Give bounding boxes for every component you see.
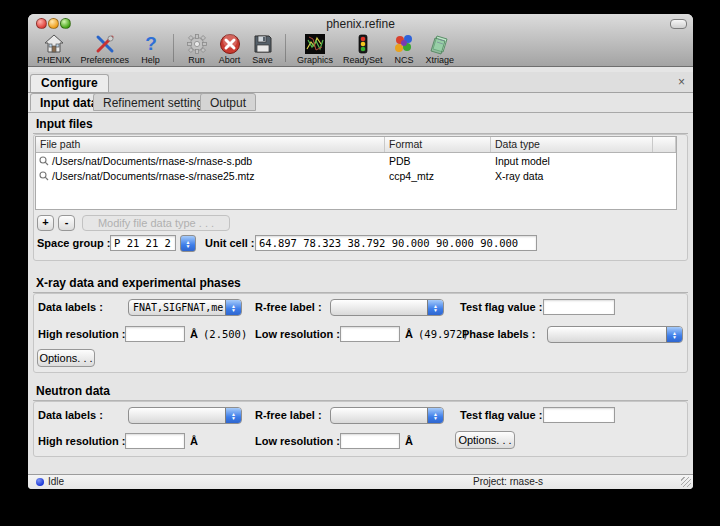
preferences-tools-icon: [93, 33, 116, 55]
status-bar: Idle Project: rnase-s: [28, 474, 693, 489]
resize-grip[interactable]: [681, 477, 691, 487]
remove-file-button[interactable]: -: [58, 215, 75, 231]
format-cell: PDB: [385, 155, 491, 167]
xray-low-res-hint: (49.972): [418, 328, 469, 340]
save-floppy-icon: [251, 33, 274, 55]
modify-file-data-type-button[interactable]: Modify file data type . . .: [82, 215, 230, 231]
col-header-file-path[interactable]: File path: [36, 137, 385, 152]
space-group-label: Space group :: [37, 237, 110, 249]
neutron-high-res-input[interactable]: [125, 433, 185, 449]
xray-data-labels-select[interactable]: FNAT,SIGFNAT,me... ▲▼: [128, 299, 242, 316]
title-bar[interactable]: phenix.refine: [28, 14, 693, 32]
window-chrome: phenix.refine PHENIX Preferences ? He: [28, 14, 693, 67]
tab-output[interactable]: Output: [200, 93, 256, 111]
search-icon: [39, 156, 49, 166]
data-type-cell: Input model: [491, 155, 653, 167]
xray-rfree-select[interactable]: ▲▼: [330, 299, 444, 316]
file-path-cell: /Users/nat/Documents/rnase-s/rnase25.mtz: [52, 170, 255, 182]
xray-test-flag-input[interactable]: [543, 299, 615, 315]
combo-stepper-icon: ▲▼: [666, 327, 682, 342]
toolbar-button-abort[interactable]: Abort: [213, 32, 246, 65]
table-row[interactable]: /Users/nat/Documents/rnase-s/rnase-s.pdb…: [36, 153, 676, 168]
col-header-format[interactable]: Format: [385, 137, 491, 152]
combo-stepper-icon: ▲▼: [225, 408, 241, 423]
neutron-low-res-label: Low resolution :: [255, 435, 340, 447]
toolbar-button-xtriage[interactable]: Xtriage: [421, 32, 460, 65]
format-cell: ccp4_mtz: [385, 170, 491, 182]
input-files-table[interactable]: File path Format Data type /Users/nat/Do…: [35, 136, 677, 210]
run-gear-icon: [185, 33, 208, 55]
configure-tab[interactable]: Configure: [30, 74, 109, 92]
toolbar-button-run[interactable]: Run: [180, 32, 213, 65]
selected-value: [331, 408, 427, 423]
input-files-section: File path Format Data type /Users/nat/Do…: [33, 134, 688, 261]
xray-rfree-label: R-free label :: [255, 301, 322, 313]
toolbar-button-graphics[interactable]: Graphics: [292, 32, 338, 65]
phase-labels-select[interactable]: ▲▼: [547, 326, 683, 343]
table-header-row: File path Format Data type: [36, 137, 676, 153]
neutron-test-flag-input[interactable]: [543, 407, 615, 423]
toolbar-button-save[interactable]: Save: [246, 32, 279, 65]
close-icon[interactable]: ×: [678, 74, 685, 90]
col-header-data-type[interactable]: Data type: [491, 137, 653, 152]
graphics-density-icon: [304, 33, 327, 55]
add-file-button[interactable]: +: [37, 215, 54, 231]
toolbar-label: PHENIX: [37, 55, 71, 65]
toolbar-button-ncs[interactable]: NCS: [388, 32, 421, 65]
combo-stepper-icon: ▲▼: [427, 408, 443, 423]
neutron-data-labels-select[interactable]: ▲▼: [128, 407, 242, 424]
neutron-low-res-input[interactable]: [340, 433, 400, 449]
input-data-panel: Input files File path Format Data type /…: [28, 113, 693, 475]
xray-low-res-input[interactable]: [340, 326, 400, 342]
neutron-section: Data labels : ▲▼ R-free label : ▲▼ Test …: [33, 401, 688, 457]
neutron-options-button[interactable]: Options. . .: [455, 431, 515, 449]
data-type-cell: X-ray data: [491, 170, 653, 182]
window-title: phenix.refine: [28, 17, 693, 31]
table-row[interactable]: /Users/nat/Documents/rnase-s/rnase25.mtz…: [36, 168, 676, 183]
xray-high-res-input[interactable]: [125, 326, 185, 342]
toolbar-label: Run: [188, 55, 205, 65]
xray-data-labels-label: Data labels :: [38, 301, 103, 313]
xray-section: Data labels : FNAT,SIGFNAT,me... ▲▼ R-fr…: [33, 293, 688, 373]
configure-header: Configure ×: [28, 72, 693, 93]
chevron-down-icon: ▼: [186, 244, 191, 248]
neutron-test-flag-label: Test flag value :: [460, 409, 542, 421]
xray-test-flag-label: Test flag value :: [460, 301, 542, 313]
xray-low-res-label: Low resolution :: [255, 328, 340, 340]
toolbar-button-phenix[interactable]: PHENIX: [32, 32, 76, 65]
toolbar-label: Save: [252, 55, 273, 65]
tab-bar: Input data Refinement settings Output: [28, 92, 693, 113]
toolbar-button-readyset[interactable]: ReadySet: [338, 32, 388, 65]
input-files-heading: Input files: [33, 114, 688, 134]
xray-options-button[interactable]: Options. . .: [37, 349, 95, 367]
toolbar-toggle-button[interactable]: [670, 19, 687, 29]
neutron-rfree-select[interactable]: ▲▼: [330, 407, 444, 424]
project-label: Project: rnase-s: [473, 476, 543, 487]
xray-heading: X-ray data and experimental phases: [33, 273, 688, 293]
xtriage-crystal-icon: [428, 33, 451, 55]
status-idle-icon: [36, 478, 44, 486]
selected-value: FNAT,SIGFNAT,me...: [129, 300, 225, 315]
unit-cell-input[interactable]: [255, 235, 537, 251]
phase-labels-label: Phase labels :: [462, 328, 535, 340]
file-path-cell: /Users/nat/Documents/rnase-s/rnase-s.pdb: [52, 155, 252, 167]
neutron-rfree-label: R-free label :: [255, 409, 322, 421]
ncs-spheres-icon: [393, 33, 416, 55]
phenix-home-icon: [42, 33, 65, 55]
toolbar-separator: [173, 34, 174, 62]
space-group-input[interactable]: [110, 235, 176, 251]
toolbar-button-help[interactable]: ? Help: [134, 32, 167, 65]
abort-red-x-icon: [218, 33, 241, 55]
combo-stepper-icon: ▲▼: [225, 300, 241, 315]
angstrom-unit: Å: [405, 328, 413, 340]
unit-cell-label: Unit cell :: [205, 237, 255, 249]
space-group-stepper[interactable]: ▲▼: [180, 235, 196, 252]
search-icon: [39, 171, 49, 181]
neutron-data-labels-label: Data labels :: [38, 409, 103, 421]
svg-text:?: ?: [145, 33, 157, 54]
xray-high-res-label: High resolution :: [38, 328, 125, 340]
neutron-heading: Neutron data: [33, 381, 688, 401]
help-question-icon: ?: [139, 33, 162, 55]
toolbar-button-preferences[interactable]: Preferences: [76, 32, 135, 65]
angstrom-unit: Å: [190, 435, 198, 447]
